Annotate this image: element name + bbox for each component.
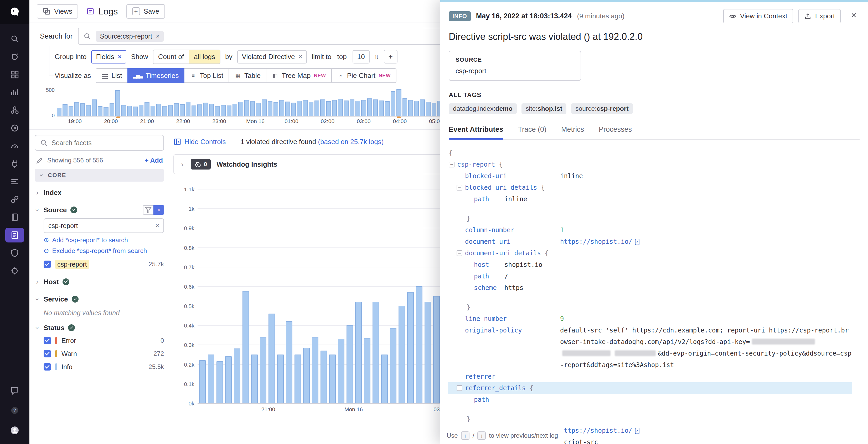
json-key[interactable]: referrer — [465, 373, 495, 380]
chart-bar[interactable] — [407, 292, 414, 403]
histogram-bar[interactable] — [279, 100, 284, 116]
nav-watchdog-icon[interactable] — [5, 49, 24, 64]
histogram-bar[interactable] — [203, 103, 208, 116]
json-key[interactable]: scheme — [474, 284, 497, 292]
histogram-bar[interactable] — [367, 98, 372, 116]
json-value[interactable]: https — [504, 282, 852, 294]
histogram-bar[interactable] — [314, 101, 319, 116]
export-button[interactable]: Export — [798, 9, 841, 23]
violated-directive-pill[interactable]: Violated Directive × — [237, 50, 307, 64]
nav-notebooks-icon[interactable] — [5, 210, 24, 225]
histogram-bar[interactable] — [397, 89, 401, 116]
view-in-context-button[interactable]: View in Context — [723, 9, 793, 23]
histogram-bar[interactable] — [139, 105, 144, 116]
histogram-bar[interactable] — [338, 99, 343, 116]
nav-chat-icon[interactable] — [5, 383, 24, 398]
collapse-toggle-icon[interactable]: − — [457, 385, 462, 391]
status-value-row[interactable]: Error0 — [43, 334, 164, 347]
remove-chip-icon[interactable]: × — [156, 33, 159, 40]
histogram-bar[interactable] — [274, 102, 278, 116]
external-link-icon[interactable]: ↗ — [635, 239, 640, 245]
json-key[interactable]: host — [474, 261, 489, 268]
histogram-bar[interactable] — [186, 102, 190, 116]
status-value-row[interactable]: Info25.5k — [43, 360, 164, 373]
facet-header-service[interactable]: › Service — [35, 293, 164, 305]
histogram-bar[interactable] — [379, 101, 383, 116]
tab-event-attributes[interactable]: Event Attributes — [449, 126, 503, 140]
timeseries-chart[interactable]: 1.1k1k0.9k0.8k0.7k0.6k0.5k0.4k0.3k0.2k0.… — [197, 189, 441, 403]
chart-bar[interactable] — [425, 302, 431, 403]
histogram-bar[interactable] — [80, 103, 85, 116]
chart-bar[interactable] — [303, 348, 310, 403]
json-value[interactable]: inline — [504, 194, 852, 205]
chart-bar[interactable] — [251, 354, 258, 403]
histogram-bar[interactable] — [268, 101, 273, 116]
based-on-logs-link[interactable]: (based on 25.7k logs) — [318, 138, 383, 146]
json-value[interactable]: / — [504, 271, 852, 282]
add-facet-button[interactable]: +Add — [145, 157, 163, 164]
facet-header-source[interactable]: › Source × — [35, 204, 164, 216]
clear-input-icon[interactable]: × — [156, 222, 159, 229]
json-value-policy[interactable]: default-src 'self' https://cdn.example.c… — [560, 325, 852, 371]
chart-bar[interactable] — [260, 337, 267, 403]
json-key[interactable]: path — [474, 196, 489, 203]
json-value[interactable]: script-src — [560, 436, 852, 444]
hide-controls-button[interactable]: Hide Controls — [174, 138, 226, 146]
histogram-bar[interactable] — [373, 99, 378, 116]
nav-avatar-icon[interactable] — [5, 423, 24, 438]
tab-metrics[interactable]: Metrics — [561, 126, 584, 140]
nav-monitors-icon[interactable] — [5, 139, 24, 153]
nav-integrations-icon[interactable] — [5, 157, 24, 171]
chart-bar[interactable] — [312, 337, 318, 403]
json-key[interactable]: csp-report — [457, 161, 495, 168]
remove-fields-icon[interactable]: × — [118, 53, 122, 60]
histogram-bar[interactable] — [350, 99, 354, 116]
histogram-bar[interactable] — [344, 101, 349, 116]
chart-bar[interactable] — [381, 354, 388, 403]
histogram-plot[interactable]: 500 0 — [57, 89, 454, 116]
histogram-bar[interactable] — [332, 100, 337, 116]
limit-value-input[interactable]: 10 — [352, 50, 370, 64]
chart-bar[interactable] — [234, 348, 240, 403]
checkbox-checked[interactable] — [43, 350, 51, 357]
tag[interactable]: datadog.index:demo — [449, 103, 517, 114]
viz-table-button[interactable]: ▦Table — [228, 68, 267, 83]
views-button[interactable]: Views — [37, 4, 78, 19]
chart-bar[interactable] — [346, 325, 353, 403]
histogram-bar[interactable] — [309, 102, 313, 116]
histogram-bar[interactable] — [145, 102, 149, 116]
facet-header-host[interactable]: › Host — [35, 276, 164, 288]
nav-pipelines-icon[interactable] — [5, 174, 24, 189]
json-value-link[interactable]: https://shopist.io/↗ — [560, 425, 852, 436]
add-to-search-link[interactable]: ⊕ Add *csp-report* to search — [43, 236, 164, 244]
chart-bar[interactable] — [338, 339, 344, 403]
collapse-toggle-icon[interactable]: − — [457, 185, 462, 191]
chart-bar[interactable] — [433, 296, 440, 403]
source-filter-input[interactable] — [48, 222, 152, 230]
histogram-bar[interactable] — [86, 105, 91, 116]
histogram-bar[interactable] — [191, 105, 196, 116]
histogram-bar[interactable] — [133, 106, 138, 116]
nav-apm-icon[interactable] — [5, 121, 24, 135]
json-key[interactable]: blocked-uri_details — [465, 184, 537, 191]
chart-bar[interactable] — [208, 354, 214, 403]
chart-bar[interactable] — [277, 354, 284, 403]
histogram-bar[interactable] — [297, 101, 302, 116]
remove-directive-icon[interactable]: × — [299, 53, 302, 60]
nav-synthetics-icon[interactable] — [5, 192, 24, 207]
histogram-bar[interactable] — [215, 106, 220, 116]
limit-mode-select[interactable]: top — [336, 53, 348, 61]
chart-bar[interactable] — [390, 328, 397, 403]
source-filter-box[interactable]: × — [43, 218, 164, 233]
json-key[interactable]: line-number — [465, 315, 507, 322]
exclude-from-search-link[interactable]: ⊖ Exclude *csp-report* from search — [43, 247, 164, 254]
viz-tree-map-button[interactable]: ◧Tree MapNEW — [266, 68, 332, 83]
json-key[interactable]: document-uri_details — [465, 249, 541, 257]
histogram-bar[interactable] — [320, 99, 325, 116]
json-key[interactable]: path — [474, 273, 489, 280]
histogram-bar[interactable] — [256, 103, 260, 116]
histogram-bar[interactable] — [291, 103, 296, 116]
histogram-bar[interactable] — [326, 101, 331, 116]
histogram-bar[interactable] — [262, 99, 267, 116]
histogram-bar[interactable] — [408, 100, 413, 116]
